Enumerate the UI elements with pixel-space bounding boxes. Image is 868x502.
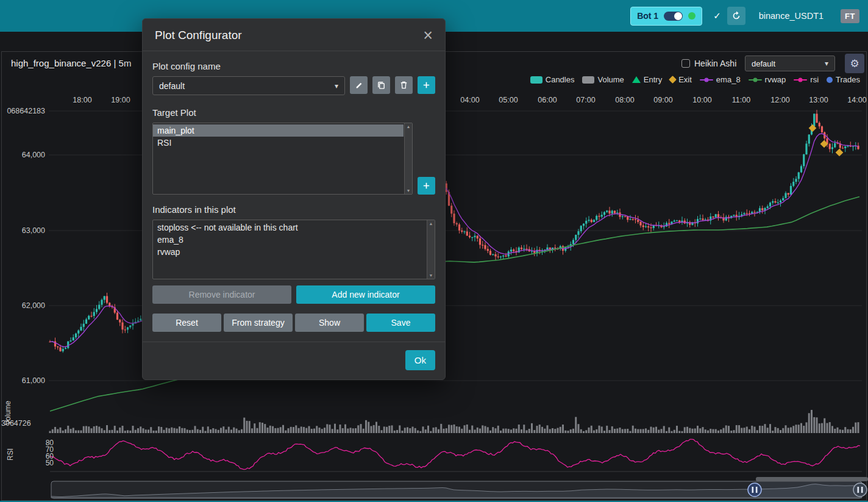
plot-configurator-modal: Plot Configurator × Plot config name def… <box>142 18 446 380</box>
app-logo[interactable]: FT <box>841 9 859 23</box>
exit-diamond-icon <box>669 76 677 84</box>
modal-body: Plot config name default ▾ <box>143 51 445 342</box>
list-item-stoploss[interactable]: stoploss <-- not available in this chart <box>153 221 426 234</box>
scrollbar[interactable] <box>404 123 412 194</box>
x-axis-tick: 11:00 <box>732 96 750 104</box>
legend-item-exit[interactable]: Exit <box>670 75 692 84</box>
plot-settings-button[interactable]: ⚙ <box>845 54 864 73</box>
list-item-rsi[interactable]: RSI <box>153 137 404 149</box>
y-axis-value: 068642183 <box>1 107 45 115</box>
scroll-down-icon[interactable] <box>429 273 433 278</box>
chevron-down-icon: ▾ <box>825 59 828 68</box>
scroll-up-icon[interactable] <box>407 124 411 129</box>
chevron-down-icon: ▾ <box>335 82 338 90</box>
heikin-ashi-toggle[interactable]: Heikin Ashi <box>681 59 736 68</box>
trades-dot-icon <box>827 77 833 83</box>
save-button[interactable]: Save <box>366 314 435 332</box>
legend-item-entry[interactable]: Entry <box>632 75 662 84</box>
target-plot-label: Target Plot <box>152 107 435 118</box>
add-config-button[interactable] <box>418 76 435 94</box>
remove-indicator-button[interactable]: Remove indicator <box>152 285 291 304</box>
rsi-axis-label: RSI <box>6 446 15 462</box>
show-button[interactable]: Show <box>295 314 364 332</box>
list-item-ema8[interactable]: ema_8 <box>153 234 426 246</box>
ok-button[interactable]: Ok <box>405 350 435 370</box>
plot-config-dropdown-value: default <box>752 59 775 68</box>
toggle-knob <box>674 12 682 20</box>
scrollbar[interactable] <box>427 220 435 279</box>
legend-item-rsi[interactable]: rsi <box>794 75 819 84</box>
modal-header: Plot Configurator × <box>143 19 445 51</box>
trash-icon <box>399 81 408 90</box>
modal-footer: Ok <box>143 342 445 379</box>
gear-icon: ⚙ <box>850 57 859 70</box>
scroll-up-icon[interactable] <box>429 221 433 226</box>
volume-axis-label: Volume <box>4 398 12 428</box>
add-new-indicator-button[interactable]: Add new indicator <box>296 285 435 304</box>
candles-swatch-icon <box>530 76 542 84</box>
bot-selector-button[interactable]: Bot 1 <box>630 7 702 26</box>
x-axis-tick: 05:00 <box>499 96 518 104</box>
check-icon: ✓ <box>713 10 721 21</box>
x-axis-tick: 18:00 <box>73 96 91 104</box>
config-name-value: default <box>159 81 185 91</box>
plot-config-name-label: Plot config name <box>152 61 435 71</box>
volume-swatch-icon <box>582 76 594 84</box>
x-axis-tick: 19:00 <box>111 96 130 104</box>
heikin-ashi-label: Heikin Ashi <box>694 59 736 68</box>
indicators-list[interactable]: stoploss <-- not available in this chart… <box>152 220 435 279</box>
rvwap-line-icon <box>749 79 762 81</box>
reset-button[interactable]: Reset <box>152 314 221 332</box>
y-axis-tick: 64,000 <box>1 151 45 159</box>
x-axis-tick: 14:00 <box>847 96 866 104</box>
x-axis-tick: 06:00 <box>538 96 557 104</box>
refresh-button[interactable] <box>727 7 745 25</box>
x-axis-tick: 09:00 <box>653 96 672 104</box>
x-axis-tick: 10:00 <box>692 96 711 104</box>
legend-item-ema8[interactable]: ema_8 <box>700 75 741 84</box>
ema-line-icon <box>700 79 713 81</box>
scroll-down-icon[interactable] <box>407 188 411 193</box>
y-axis-tick: 61,000 <box>1 376 45 385</box>
target-plot-list[interactable]: main_plot RSI <box>152 123 413 195</box>
x-axis-tick: 07:00 <box>576 96 595 104</box>
rsi-tick: 50 <box>26 459 54 467</box>
bot-online-status-dot <box>688 12 695 20</box>
from-strategy-button[interactable]: From strategy <box>224 314 293 332</box>
close-icon: × <box>423 26 433 45</box>
config-name-select[interactable]: default ▾ <box>152 76 345 95</box>
rsi-line-icon <box>794 79 807 81</box>
x-axis-tick: 13:00 <box>809 96 828 104</box>
entry-triangle-icon <box>632 76 641 83</box>
pencil-icon <box>355 81 363 90</box>
refresh-icon <box>731 11 741 21</box>
plus-icon <box>422 181 431 190</box>
modal-title: Plot Configurator <box>155 29 242 42</box>
delete-config-button[interactable] <box>395 76 413 94</box>
legend-item-trades[interactable]: Trades <box>827 75 860 84</box>
legend-item-volume[interactable]: Volume <box>582 75 624 84</box>
x-axis-tick: 04:00 <box>460 96 479 104</box>
list-item-rvwap[interactable]: rvwap <box>153 246 426 258</box>
x-axis-tick: 12:00 <box>770 96 789 104</box>
bot-selector-label: Bot 1 <box>637 11 658 21</box>
heikin-ashi-checkbox[interactable] <box>681 59 690 68</box>
chart-title: high_frog_binance_v226 | 5m <box>11 58 131 68</box>
list-item-main-plot[interactable]: main_plot <box>153 124 404 137</box>
legend-item-candles[interactable]: Candles <box>530 75 575 84</box>
y-axis-tick: 63,000 <box>1 226 45 235</box>
bot-name: binance_USDT1 <box>759 11 824 21</box>
add-target-plot-button[interactable] <box>418 177 435 195</box>
chart-legend: Candles Volume Entry Exit ema_8 rvwap rs… <box>530 75 860 84</box>
y-axis-tick: 62,000 <box>1 301 45 310</box>
x-axis-tick: 08:00 <box>615 96 634 104</box>
rename-config-button[interactable] <box>350 76 368 94</box>
plot-config-dropdown[interactable]: default ▾ <box>745 56 835 71</box>
legend-item-rvwap[interactable]: rvwap <box>749 75 786 84</box>
duplicate-config-button[interactable] <box>372 76 390 94</box>
close-button[interactable]: × <box>423 29 433 41</box>
plus-icon <box>422 81 431 90</box>
indicators-label: Indicators in this plot <box>152 204 435 215</box>
bot-enable-toggle[interactable] <box>664 12 683 21</box>
copy-icon <box>377 81 386 90</box>
